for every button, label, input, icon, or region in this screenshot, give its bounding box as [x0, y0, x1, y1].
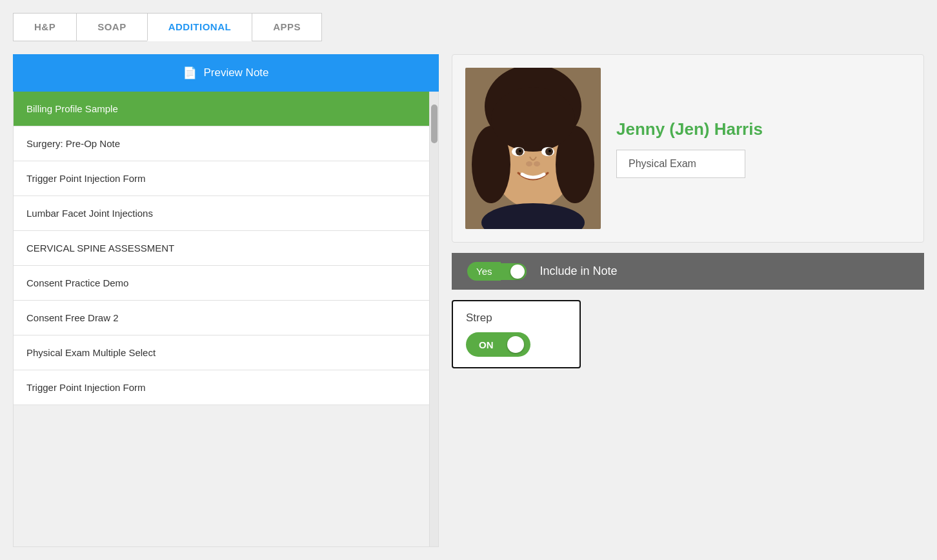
- toggle-switch[interactable]: [501, 263, 527, 280]
- tab-bar: H&P SOAP ADDITIONAL APPS: [0, 0, 937, 41]
- scrollbar-track[interactable]: [430, 92, 439, 547]
- right-panel: Jenny (Jen) Harris Physical Exam Yes Inc…: [452, 54, 924, 547]
- on-label: ON: [472, 339, 500, 350]
- list-item-surgery[interactable]: Surgery: Pre-Op Note: [14, 126, 429, 161]
- list-item-consent2[interactable]: Consent Free Draw 2: [14, 301, 429, 335]
- patient-name: Jenny (Jen) Harris: [616, 119, 911, 139]
- list-item-trigger2[interactable]: Trigger Point Injection Form: [14, 370, 429, 405]
- include-note-text: Include in Note: [539, 265, 617, 278]
- on-knob: [507, 336, 524, 353]
- left-panel: 📄 Preview Note Billing Profile Sample Su…: [13, 54, 439, 547]
- tab-soap[interactable]: SOAP: [76, 13, 148, 41]
- scrollbar-thumb[interactable]: [431, 105, 438, 143]
- list-wrapper: Billing Profile Sample Surgery: Pre-Op N…: [13, 92, 430, 547]
- preview-note-label: Preview Note: [203, 66, 268, 79]
- toggle-knob: [510, 265, 525, 279]
- include-note-bar: Yes Include in Note: [452, 253, 924, 290]
- list-item-consent1[interactable]: Consent Practice Demo: [14, 266, 429, 301]
- toggle-yes-label: Yes: [467, 262, 501, 281]
- svg-point-14: [534, 161, 540, 166]
- tab-apps[interactable]: APPS: [252, 13, 322, 41]
- strep-label: Strep: [466, 312, 567, 325]
- document-icon: 📄: [183, 66, 197, 80]
- tab-additional[interactable]: ADDITIONAL: [147, 13, 253, 41]
- patient-info: Jenny (Jen) Harris Physical Exam: [616, 119, 911, 178]
- toggle-container[interactable]: Yes: [467, 262, 527, 281]
- on-toggle[interactable]: ON: [466, 332, 530, 357]
- list-item-physexam[interactable]: Physical Exam Multiple Select: [14, 335, 429, 370]
- patient-card: Jenny (Jen) Harris Physical Exam: [452, 54, 924, 243]
- tab-hp[interactable]: H&P: [13, 13, 77, 41]
- app-container: H&P SOAP ADDITIONAL APPS 📄 Preview Note …: [0, 0, 937, 560]
- preview-note-button[interactable]: 📄 Preview Note: [13, 54, 439, 92]
- svg-point-12: [549, 150, 551, 152]
- svg-point-11: [519, 150, 521, 152]
- svg-point-13: [526, 161, 532, 166]
- patient-photo: [465, 68, 601, 229]
- list-panel: Billing Profile Sample Surgery: Pre-Op N…: [13, 92, 439, 547]
- list-item-lumbar[interactable]: Lumbar Facet Joint Injections: [14, 196, 429, 231]
- list-item-billing[interactable]: Billing Profile Sample: [14, 92, 429, 126]
- strep-widget: Strep ON: [452, 300, 581, 368]
- patient-detail-box: Physical Exam: [616, 150, 745, 178]
- svg-point-6: [491, 87, 575, 152]
- main-content: 📄 Preview Note Billing Profile Sample Su…: [0, 41, 937, 560]
- list-item-trigger1[interactable]: Trigger Point Injection Form: [14, 161, 429, 196]
- list-item-cervical[interactable]: CERVICAL SPINE ASSESSMENT: [14, 231, 429, 266]
- patient-detail-text: Physical Exam: [629, 158, 696, 169]
